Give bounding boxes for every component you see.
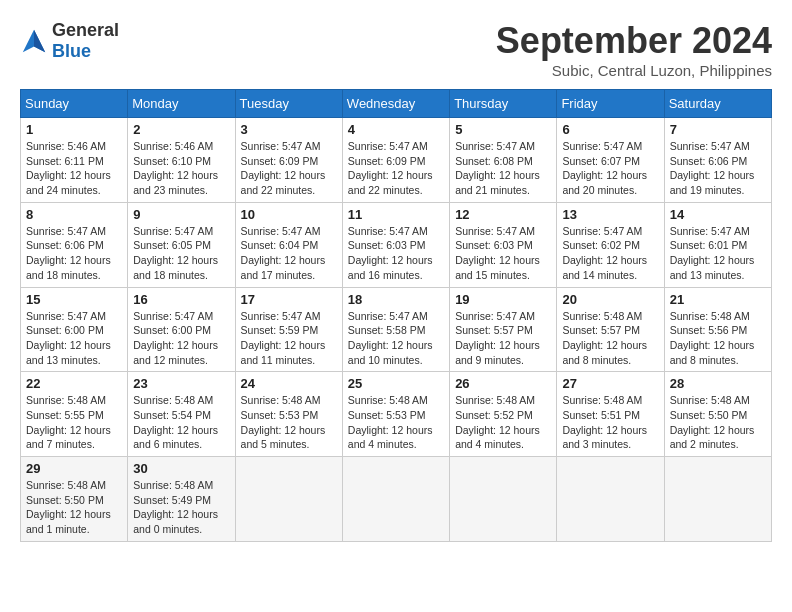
calendar-cell: 3Sunrise: 5:47 AM Sunset: 6:09 PM Daylig… [235,118,342,203]
day-number: 30 [133,461,229,476]
calendar-week-row: 8Sunrise: 5:47 AM Sunset: 6:06 PM Daylig… [21,202,772,287]
day-number: 18 [348,292,444,307]
day-number: 11 [348,207,444,222]
day-number: 27 [562,376,658,391]
month-title: September 2024 [496,20,772,62]
calendar-table: SundayMondayTuesdayWednesdayThursdayFrid… [20,89,772,542]
calendar-cell: 16Sunrise: 5:47 AM Sunset: 6:00 PM Dayli… [128,287,235,372]
day-number: 20 [562,292,658,307]
calendar-cell [557,457,664,542]
day-info: Sunrise: 5:47 AM Sunset: 6:02 PM Dayligh… [562,224,658,283]
day-info: Sunrise: 5:47 AM Sunset: 5:59 PM Dayligh… [241,309,337,368]
logo-icon [20,27,48,55]
day-info: Sunrise: 5:48 AM Sunset: 5:54 PM Dayligh… [133,393,229,452]
day-info: Sunrise: 5:48 AM Sunset: 5:55 PM Dayligh… [26,393,122,452]
calendar-cell: 7Sunrise: 5:47 AM Sunset: 6:06 PM Daylig… [664,118,771,203]
day-of-week-header: Tuesday [235,90,342,118]
day-number: 22 [26,376,122,391]
day-info: Sunrise: 5:47 AM Sunset: 6:09 PM Dayligh… [241,139,337,198]
day-info: Sunrise: 5:48 AM Sunset: 5:52 PM Dayligh… [455,393,551,452]
calendar-cell: 9Sunrise: 5:47 AM Sunset: 6:05 PM Daylig… [128,202,235,287]
location-subtitle: Subic, Central Luzon, Philippines [496,62,772,79]
day-info: Sunrise: 5:47 AM Sunset: 6:04 PM Dayligh… [241,224,337,283]
day-of-week-header: Friday [557,90,664,118]
calendar-cell [664,457,771,542]
calendar-cell: 24Sunrise: 5:48 AM Sunset: 5:53 PM Dayli… [235,372,342,457]
calendar-cell: 17Sunrise: 5:47 AM Sunset: 5:59 PM Dayli… [235,287,342,372]
calendar-cell: 15Sunrise: 5:47 AM Sunset: 6:00 PM Dayli… [21,287,128,372]
day-info: Sunrise: 5:48 AM Sunset: 5:50 PM Dayligh… [26,478,122,537]
calendar-cell: 4Sunrise: 5:47 AM Sunset: 6:09 PM Daylig… [342,118,449,203]
day-of-week-header: Monday [128,90,235,118]
day-number: 2 [133,122,229,137]
day-info: Sunrise: 5:48 AM Sunset: 5:50 PM Dayligh… [670,393,766,452]
calendar-cell: 18Sunrise: 5:47 AM Sunset: 5:58 PM Dayli… [342,287,449,372]
day-number: 1 [26,122,122,137]
calendar-cell [342,457,449,542]
calendar-cell: 26Sunrise: 5:48 AM Sunset: 5:52 PM Dayli… [450,372,557,457]
day-info: Sunrise: 5:47 AM Sunset: 6:07 PM Dayligh… [562,139,658,198]
day-number: 15 [26,292,122,307]
day-number: 26 [455,376,551,391]
day-number: 5 [455,122,551,137]
calendar-cell: 1Sunrise: 5:46 AM Sunset: 6:11 PM Daylig… [21,118,128,203]
day-info: Sunrise: 5:46 AM Sunset: 6:10 PM Dayligh… [133,139,229,198]
day-number: 13 [562,207,658,222]
day-info: Sunrise: 5:48 AM Sunset: 5:49 PM Dayligh… [133,478,229,537]
day-info: Sunrise: 5:47 AM Sunset: 6:01 PM Dayligh… [670,224,766,283]
day-info: Sunrise: 5:47 AM Sunset: 6:06 PM Dayligh… [26,224,122,283]
day-info: Sunrise: 5:47 AM Sunset: 6:03 PM Dayligh… [455,224,551,283]
day-info: Sunrise: 5:48 AM Sunset: 5:53 PM Dayligh… [241,393,337,452]
day-info: Sunrise: 5:46 AM Sunset: 6:11 PM Dayligh… [26,139,122,198]
calendar-header-row: SundayMondayTuesdayWednesdayThursdayFrid… [21,90,772,118]
calendar-week-row: 1Sunrise: 5:46 AM Sunset: 6:11 PM Daylig… [21,118,772,203]
day-number: 10 [241,207,337,222]
day-number: 7 [670,122,766,137]
day-info: Sunrise: 5:48 AM Sunset: 5:57 PM Dayligh… [562,309,658,368]
day-info: Sunrise: 5:47 AM Sunset: 6:00 PM Dayligh… [26,309,122,368]
day-number: 3 [241,122,337,137]
day-of-week-header: Sunday [21,90,128,118]
calendar-week-row: 29Sunrise: 5:48 AM Sunset: 5:50 PM Dayli… [21,457,772,542]
calendar-cell: 6Sunrise: 5:47 AM Sunset: 6:07 PM Daylig… [557,118,664,203]
day-number: 8 [26,207,122,222]
title-area: September 2024 Subic, Central Luzon, Phi… [496,20,772,79]
day-info: Sunrise: 5:47 AM Sunset: 5:58 PM Dayligh… [348,309,444,368]
logo: General Blue [20,20,119,62]
day-info: Sunrise: 5:47 AM Sunset: 6:09 PM Dayligh… [348,139,444,198]
calendar-cell: 12Sunrise: 5:47 AM Sunset: 6:03 PM Dayli… [450,202,557,287]
calendar-cell: 19Sunrise: 5:47 AM Sunset: 5:57 PM Dayli… [450,287,557,372]
day-number: 28 [670,376,766,391]
calendar-cell: 20Sunrise: 5:48 AM Sunset: 5:57 PM Dayli… [557,287,664,372]
calendar-cell: 25Sunrise: 5:48 AM Sunset: 5:53 PM Dayli… [342,372,449,457]
day-of-week-header: Saturday [664,90,771,118]
day-number: 24 [241,376,337,391]
day-number: 16 [133,292,229,307]
day-number: 4 [348,122,444,137]
day-number: 25 [348,376,444,391]
calendar-cell: 8Sunrise: 5:47 AM Sunset: 6:06 PM Daylig… [21,202,128,287]
day-number: 19 [455,292,551,307]
calendar-week-row: 15Sunrise: 5:47 AM Sunset: 6:00 PM Dayli… [21,287,772,372]
logo-general-text: General [52,20,119,40]
day-info: Sunrise: 5:47 AM Sunset: 6:05 PM Dayligh… [133,224,229,283]
day-info: Sunrise: 5:47 AM Sunset: 6:03 PM Dayligh… [348,224,444,283]
day-number: 14 [670,207,766,222]
day-info: Sunrise: 5:47 AM Sunset: 6:06 PM Dayligh… [670,139,766,198]
svg-marker-1 [34,30,45,52]
calendar-cell: 28Sunrise: 5:48 AM Sunset: 5:50 PM Dayli… [664,372,771,457]
calendar-cell: 13Sunrise: 5:47 AM Sunset: 6:02 PM Dayli… [557,202,664,287]
day-info: Sunrise: 5:48 AM Sunset: 5:51 PM Dayligh… [562,393,658,452]
day-of-week-header: Thursday [450,90,557,118]
logo-blue-text: Blue [52,41,91,61]
day-number: 23 [133,376,229,391]
calendar-cell: 29Sunrise: 5:48 AM Sunset: 5:50 PM Dayli… [21,457,128,542]
day-of-week-header: Wednesday [342,90,449,118]
day-info: Sunrise: 5:47 AM Sunset: 6:08 PM Dayligh… [455,139,551,198]
calendar-week-row: 22Sunrise: 5:48 AM Sunset: 5:55 PM Dayli… [21,372,772,457]
day-number: 12 [455,207,551,222]
day-info: Sunrise: 5:47 AM Sunset: 5:57 PM Dayligh… [455,309,551,368]
day-number: 17 [241,292,337,307]
calendar-cell: 22Sunrise: 5:48 AM Sunset: 5:55 PM Dayli… [21,372,128,457]
day-number: 6 [562,122,658,137]
